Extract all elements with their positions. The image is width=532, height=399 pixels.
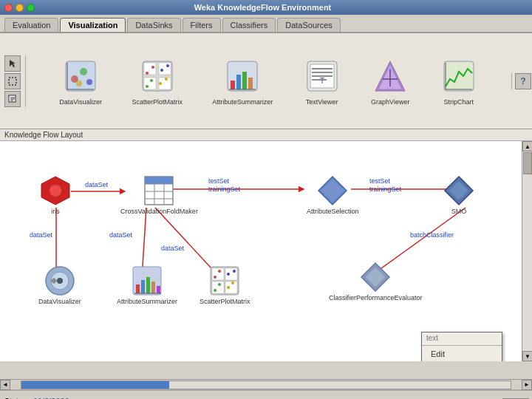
svg-text:batchClassifier: batchClassifier: [410, 231, 454, 239]
svg-point-93: [214, 276, 216, 279]
status-date: 11/3/2020: [33, 397, 69, 400]
tab-datasinks[interactable]: DataSinks: [127, 18, 180, 32]
svg-rect-83: [141, 280, 145, 293]
help-button[interactable]: ?: [515, 73, 531, 89]
select-tool[interactable]: [4, 73, 21, 89]
tab-datasources[interactable]: DataSources: [277, 18, 341, 32]
node-smo[interactable]: SMO: [443, 175, 474, 215]
svg-point-21: [166, 64, 169, 67]
svg-point-100: [231, 282, 234, 284]
bottom-scrollbar: ◄ ►: [0, 379, 532, 389]
svg-point-24: [159, 82, 162, 85]
svg-text:testSet: testSet: [208, 177, 230, 185]
ctx-delete[interactable]: Delete: [422, 361, 502, 361]
toolbar-datavisualizer[interactable]: DataVisualizer: [59, 57, 102, 106]
svg-point-98: [218, 283, 221, 286]
toolbar-datavisualizer-label: DataVisualizer: [59, 98, 102, 106]
scroll-left-button[interactable]: ◄: [0, 380, 10, 390]
toolbar-graphviewer-label: GraphViewer: [371, 98, 409, 106]
svg-point-94: [218, 270, 221, 273]
svg-text:dataSet: dataSet: [30, 231, 53, 239]
tab-evaluation[interactable]: Evaluation: [4, 18, 58, 32]
pointer-tool[interactable]: [4, 55, 21, 72]
node-attrsumm-label: AttributeSummarizer: [117, 298, 177, 305]
status-university: University of Waikato: [241, 391, 473, 399]
svg-rect-71: [154, 177, 164, 184]
svg-rect-72: [164, 177, 173, 184]
node-attrsel-label: AttributeSelection: [307, 208, 359, 215]
toolbar-graphviewer[interactable]: GraphViewer: [371, 57, 409, 106]
node-crossval-label: CrossValidationFoldMaker: [120, 208, 198, 215]
svg-point-9: [86, 79, 92, 85]
canvas-label: Knowledge Flow Layout: [0, 129, 532, 141]
toolbar-stripchart[interactable]: StripChart: [440, 57, 478, 106]
tab-visualization[interactable]: Visualization: [60, 18, 126, 32]
svg-marker-74: [321, 180, 344, 202]
h-scrollbar-track[interactable]: [21, 381, 511, 389]
svg-point-96: [233, 270, 236, 273]
node-iris[interactable]: iris: [40, 175, 71, 215]
scroll-down-button[interactable]: ▼: [522, 351, 532, 361]
svg-rect-89: [212, 268, 224, 280]
context-menu: text Edit Delete Actions Show results Cl…: [421, 332, 502, 361]
node-crossval[interactable]: CrossValidationFoldMaker: [120, 175, 198, 215]
toolbar-right: ?: [511, 73, 528, 89]
svg-text:trainingSet: trainingSet: [369, 185, 402, 193]
node-attrsumm[interactable]: AttributeSummarizer: [117, 265, 177, 305]
close-button[interactable]: [4, 4, 13, 12]
svg-rect-27: [231, 81, 235, 89]
svg-rect-6: [66, 61, 95, 91]
svg-rect-86: [157, 286, 160, 293]
toolbar-textviewer-label: TextViewer: [306, 98, 338, 106]
scroll-thumb[interactable]: [523, 152, 532, 174]
scroll-up-button[interactable]: ▲: [522, 141, 532, 151]
toolbar-stripchart-label: StripChart: [444, 98, 474, 106]
svg-text:T: T: [320, 77, 324, 85]
toolbar-icons: DataVisualizer: [35, 57, 502, 106]
svg-text:dataSet: dataSet: [109, 231, 133, 239]
tab-classifiers[interactable]: Classifiers: [222, 18, 276, 32]
node-classifier-eval-label: ClassifierPerformanceEvaluator: [329, 294, 423, 301]
svg-text:dataSet: dataSet: [161, 245, 185, 252]
toolbar-scatterplotmatrix[interactable]: ScatterPlotMatrix: [132, 57, 183, 106]
svg-rect-84: [146, 277, 150, 293]
svg-text:trainingSet: trainingSet: [208, 185, 241, 193]
canvas[interactable]: dataSet testSet trainingSet testSet trai…: [0, 141, 532, 361]
svg-point-23: [150, 79, 153, 82]
ctx-edit[interactable]: Edit: [422, 347, 502, 361]
node-scatter[interactable]: ScatterPlotMatrix: [200, 265, 250, 305]
maximize-button[interactable]: [27, 4, 35, 12]
svg-point-25: [165, 78, 168, 81]
tab-filters[interactable]: Filters: [183, 18, 221, 32]
toolbar-scatterplotmatrix-label: ScatterPlotMatrix: [132, 98, 183, 106]
window-title: Weka KnowledgeFlow Environment: [194, 3, 332, 12]
toolbar-attributesummarizer-label: AttributeSummarizer: [212, 98, 273, 106]
node-datavis[interactable]: DataVisualizer: [38, 265, 81, 305]
scroll-right-button[interactable]: ►: [522, 380, 532, 390]
node-iris-label: iris: [51, 208, 60, 215]
svg-point-10: [76, 81, 82, 86]
svg-rect-85: [151, 282, 155, 293]
toolbar-side-buttons: [4, 55, 26, 107]
status-left: Status 11/3/2020 Done.: [0, 391, 241, 399]
minimize-button[interactable]: [16, 4, 24, 12]
node-classifier-eval[interactable]: E ClassifierPerformanceEvaluator: [329, 262, 423, 301]
status-label: Status 11/3/2020: [4, 397, 236, 400]
tabbar: Evaluation Visualization DataSinks Filte…: [0, 15, 532, 33]
node-smo-label: SMO: [451, 208, 467, 215]
node-datavis-label: DataVisualizer: [38, 298, 81, 305]
svg-rect-29: [242, 72, 247, 89]
h-scrollbar-thumb[interactable]: [21, 381, 169, 389]
svg-rect-1: [9, 78, 16, 85]
node-attrsel[interactable]: AttributeSelection: [307, 175, 359, 215]
ctx-separator-1: [422, 345, 502, 346]
toolbar-textviewer[interactable]: T TextViewer: [303, 57, 341, 106]
svg-text:testSet: testSet: [369, 177, 391, 185]
toolbar-attributesummarizer[interactable]: AttributeSummarizer: [212, 57, 273, 106]
svg-point-20: [160, 69, 163, 72]
status-right: 168 Log: [473, 391, 532, 399]
note-tool[interactable]: [4, 91, 21, 107]
svg-point-19: [151, 66, 154, 69]
svg-rect-28: [236, 75, 241, 89]
right-scrollbar: ▲ ▼: [522, 141, 532, 361]
